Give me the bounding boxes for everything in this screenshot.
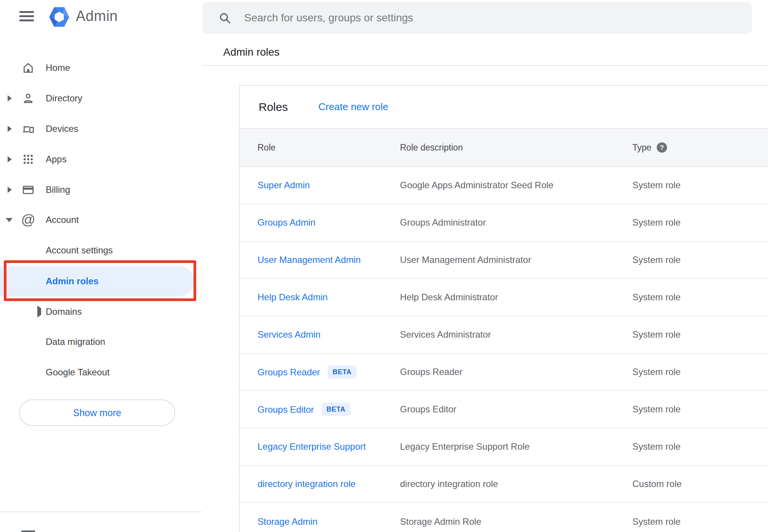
sidebar-item-domains[interactable]: Domains [0,300,202,324]
sidebar-item-billing[interactable]: Billing [0,178,202,202]
role-type: System role [632,367,681,377]
role-description: Storage Admin Role [400,516,481,527]
roles-table: Super Admin Google Apps Administrator Se… [240,167,768,532]
role-type: System role [632,217,681,228]
chevron-right-icon[interactable] [37,306,41,317]
role-link[interactable]: Services Admin [258,329,320,340]
role-link[interactable]: Legacy Enterprise Support [258,441,366,452]
role-link[interactable]: Groups Reader [258,367,320,377]
role-type: System role [632,516,681,527]
role-link[interactable]: Groups Admin [258,217,315,228]
role-link[interactable]: User Management Admin [258,255,361,265]
sidebar-item-label: Data migration [46,337,105,347]
card-title: Roles [259,101,288,114]
table-row: Groups Reader BETA Groups Reader System … [240,354,768,391]
role-type: System role [632,404,681,415]
role-link[interactable]: Storage Admin [258,516,317,527]
role-link[interactable]: Super Admin [258,180,310,191]
sidebar-item-account[interactable]: @ Account [0,208,202,232]
role-description: directory integration role [400,479,498,489]
beta-badge: BETA [328,365,357,379]
role-description: Groups Editor [400,404,456,415]
search-input[interactable] [244,2,720,34]
chevron-down-icon[interactable] [6,218,13,222]
show-more-button[interactable]: Show more [19,399,175,426]
role-type: Custom role [632,479,682,489]
role-link[interactable]: Help Desk Admin [258,292,328,303]
annotation-red-box [4,260,196,301]
role-type: System role [632,180,681,191]
column-header-description: Role description [400,143,463,153]
person-icon [21,91,36,106]
sidebar-item-label: Account [46,215,79,225]
column-header-type: Type ? [632,143,667,153]
role-description: User Management Administrator [400,255,531,265]
at-sign-icon: @ [21,212,36,228]
credit-card-icon [21,182,36,197]
sidebar-item-home[interactable]: Home [0,56,202,80]
role-type: System role [632,441,681,452]
chevron-right-icon[interactable] [8,187,12,193]
beta-badge: BETA [322,403,350,416]
search-bar[interactable] [202,2,752,34]
table-row: Storage Admin Storage Admin Role System … [240,503,768,532]
role-type: System role [632,329,681,340]
column-header-role: Role [258,143,275,153]
role-type: System role [632,255,681,265]
sidebar-item-devices[interactable]: Devices [0,117,202,141]
sidebar-item-label: Apps [46,154,67,165]
table-row: Groups Editor BETA Groups Editor System … [240,391,768,428]
create-new-role-link[interactable]: Create new role [318,101,389,113]
app-title: Admin [76,8,118,24]
role-description: Legacy Enterprise Support Role [400,441,530,452]
sidebar-item-account-settings[interactable]: Account settings [0,238,202,263]
sidebar-item-label: Directory [46,93,82,104]
clipped-sidebar-icon [21,530,35,532]
role-description: Groups Administrator [400,217,486,228]
role-link[interactable]: directory integration role [258,479,355,489]
sidebar-item-label: Google Takeout [46,367,110,378]
role-type: System role [632,292,681,303]
table-row: Help Desk Admin Help Desk Administrator … [240,279,768,316]
help-icon[interactable]: ? [657,143,667,153]
role-description: Google Apps Administrator Seed Role [400,180,554,191]
sidebar-bottom-divider [0,511,202,512]
apps-grid-icon [21,152,36,167]
chevron-right-icon[interactable] [8,156,12,162]
sidebar-item-label: Account settings [46,245,113,256]
sidebar-item-label: Domains [46,306,82,317]
role-description: Groups Reader [400,367,462,377]
table-row: Super Admin Google Apps Administrator Se… [240,167,768,204]
table-row: Legacy Enterprise Support Legacy Enterpr… [240,428,768,466]
devices-icon [21,121,36,136]
table-row: Services Admin Services Administrator Sy… [240,316,768,354]
roles-card: Roles Create new role Role Role descript… [239,85,768,532]
menu-icon[interactable] [19,11,34,21]
home-icon [21,60,36,75]
chevron-right-icon[interactable] [8,126,12,132]
card-header: Roles Create new role [240,86,768,128]
sidebar-item-apps[interactable]: Apps [0,147,202,171]
role-link[interactable]: Groups Editor [258,404,314,415]
role-description: Help Desk Administrator [400,292,498,303]
role-description: Services Administrator [400,329,491,340]
table-row: User Management Admin User Management Ad… [240,242,768,279]
sidebar-item-google-takeout[interactable]: Google Takeout [0,360,202,385]
chevron-right-icon[interactable] [8,95,12,101]
admin-logo-icon [48,6,70,28]
header-divider [202,65,768,66]
sidebar-item-label: Home [46,62,70,73]
sidebar-item-label: Billing [46,184,70,195]
sidebar-item-data-migration[interactable]: Data migration [0,330,202,354]
table-row: directory integration role directory int… [240,466,768,503]
table-header-row: Role Role description Type ? [240,128,768,167]
sidebar: Admin Home Directory Devices [0,0,202,532]
sidebar-item-directory[interactable]: Directory [0,86,202,111]
sidebar-item-label: Devices [46,123,78,134]
table-row: Groups Admin Groups Administrator System… [240,204,768,242]
search-icon [218,11,231,24]
page-title: Admin roles [223,46,280,58]
